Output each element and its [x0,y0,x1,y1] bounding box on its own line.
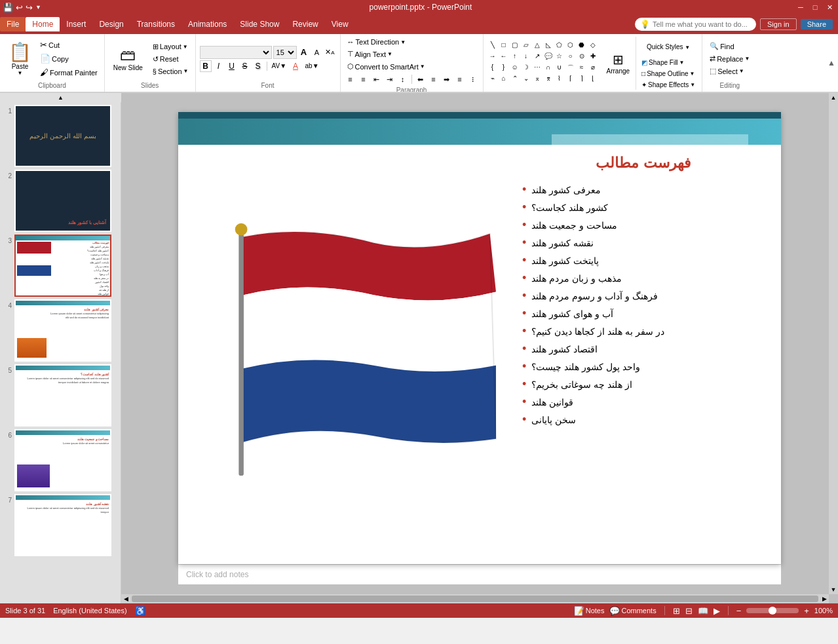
menu-item-review[interactable]: Review [286,17,324,31]
menu-item-home[interactable]: Home [26,17,60,31]
shape-cross[interactable]: ✚ [588,52,598,63]
menu-item-transitions[interactable]: Transitions [130,17,181,31]
align-center-btn[interactable]: ≡ [428,73,440,85]
shape-arrow-ne[interactable]: ↗ [532,52,543,63]
tell-me-input-wrapper[interactable]: 💡 [635,18,756,31]
slide-panel-scroll-up[interactable]: ▲ [0,93,121,102]
share-button[interactable]: Share [801,19,833,29]
font-size-select[interactable]: 15 [273,46,297,59]
shape-outline-button[interactable]: □Shape Outline▼ [639,69,698,79]
shape-misc12[interactable]: ⌇ [554,75,565,85]
new-slide-button[interactable]: 🗃 New Slide [109,37,147,81]
line-spacing-btn[interactable]: ↕ [397,73,409,85]
shape-brace-left[interactable]: { [487,64,498,74]
view-slideshow-btn[interactable]: ▶ [714,606,720,616]
bullets-btn[interactable]: ≡ [345,73,356,85]
shape-more[interactable]: ⋯ [532,64,543,74]
align-right-btn[interactable]: ➡ [441,73,453,85]
slide-thumb-5[interactable]: 5 کشور هلند کجاست؟ Lorem ipsum dolor sit… [3,364,118,426]
shape-misc6[interactable]: ⌁ [487,75,498,85]
char-spacing-btn[interactable]: AV▼ [270,60,289,72]
decrease-indent-btn[interactable]: ⇤ [371,73,383,85]
tell-me-input[interactable] [653,20,751,28]
shape-misc1[interactable]: ∩ [543,64,554,74]
reset-button[interactable]: ↺Reset [150,54,191,65]
notes-area[interactable]: Click to add notes [178,564,781,584]
quick-styles-button[interactable]: Quick Styles ▼ [639,37,698,56]
shape-star[interactable]: ☆ [554,52,565,63]
shape-triangle[interactable]: △ [532,41,543,52]
format-painter-button[interactable]: 🖌Format Painter [37,66,100,79]
shape-misc2[interactable]: ∪ [554,64,565,74]
shape-misc8[interactable]: ⌃ [510,75,520,85]
shape-line[interactable]: ╲ [487,41,498,52]
slide-area-scroll-bottom[interactable]: ◀ ▶ [121,594,829,603]
ribbon-scroll-up[interactable]: ▲ [825,34,838,92]
shape-fill-button[interactable]: ◩Shape Fill▼ [639,58,698,67]
shape-misc11[interactable]: ⌆ [543,75,554,85]
slide-area-scroll-right[interactable]: ▲ ▼ [829,93,838,594]
section-button[interactable]: §Section▼ [150,66,191,77]
shape-misc4[interactable]: ≈ [577,64,587,74]
menu-item-design[interactable]: Design [92,17,130,31]
view-slide-sorter-btn[interactable]: ⊟ [685,606,693,616]
shape-rect[interactable]: □ [499,41,509,52]
shape-misc10[interactable]: ⌅ [532,75,543,85]
columns-btn[interactable]: ⫶ [467,73,479,85]
text-direction-btn[interactable]: ↔Text Direction▼ [345,37,409,47]
shape-arrow-left[interactable]: ← [499,52,509,63]
language-indicator[interactable]: English (United States) [53,607,127,615]
shape-octagon[interactable]: ⬣ [577,41,587,52]
shape-smile[interactable]: ☺ [510,64,520,74]
undo-icon[interactable]: ↩ [16,3,23,12]
zoom-out-btn[interactable]: − [736,606,742,616]
shape-misc9[interactable]: ⌄ [521,75,531,85]
zoom-slider[interactable] [746,608,799,613]
menu-item-insert[interactable]: Insert [60,17,92,31]
shape-misc13[interactable]: ⌈ [565,75,576,85]
copy-button[interactable]: 📄Copy [37,52,100,65]
align-left-btn[interactable]: ⬅ [415,73,427,85]
menu-item-slideshow[interactable]: Slide Show [233,17,286,31]
strikethrough-btn[interactable]: S [239,60,251,72]
shape-arrow-down[interactable]: ↓ [521,52,531,63]
highlight-btn[interactable]: ab▼ [303,60,321,72]
accessibility-icon[interactable]: ♿ [135,606,145,616]
slide-thumb-6[interactable]: 6 مساحت و جمعیت هلند Lorem ipsum dolor s… [3,429,118,491]
font-name-select[interactable] [200,46,272,59]
layout-button[interactable]: ⊞Layout▼ [150,41,191,52]
minimize-btn[interactable]: ─ [795,3,807,12]
shape-cylinder[interactable]: ⊙ [577,52,587,63]
shape-right-triangle[interactable]: ◺ [543,41,554,52]
shape-effects-button[interactable]: ✦Shape Effects▼ [639,80,698,90]
redo-icon[interactable]: ↪ [26,3,33,12]
underline-btn[interactable]: U [226,60,238,72]
save-icon[interactable]: 💾 [3,3,13,12]
shape-hexagon[interactable]: ⬡ [565,41,576,52]
align-text-btn[interactable]: ⊤Align Text▼ [345,48,395,60]
shape-misc5[interactable]: ⌀ [588,64,598,74]
shape-brace-right[interactable]: } [499,64,509,74]
font-color-btn[interactable]: A [290,60,301,72]
view-normal-btn[interactable]: ⊞ [673,606,680,616]
shape-rounded-rect[interactable]: ▢ [510,41,520,52]
select-button[interactable]: ⬚Select▼ [706,66,753,77]
increase-indent-btn[interactable]: ⇥ [384,73,396,85]
shape-misc3[interactable]: ⌒ [565,64,576,74]
menu-item-animations[interactable]: Animations [181,17,233,31]
justify-btn[interactable]: ≡ [454,73,466,85]
numbering-btn[interactable]: ≡ [358,73,370,85]
close-btn[interactable]: ✕ [824,3,835,12]
bold-btn[interactable]: B [200,60,212,72]
find-button[interactable]: 🔍Find [706,41,753,52]
sign-in-button[interactable]: Sign in [760,18,797,30]
shape-callout[interactable]: 💬 [543,52,554,63]
restore-btn[interactable]: □ [809,3,821,12]
cut-button[interactable]: ✂Cut [37,39,100,51]
shape-oval[interactable]: ○ [565,52,576,63]
shape-moon[interactable]: ☽ [521,64,531,74]
slide-thumb-1[interactable]: 1 بسم الله الرحمن الرحیم [3,105,118,167]
zoom-level[interactable]: 100% [814,607,833,615]
menu-item-view[interactable]: View [325,17,355,31]
comments-button[interactable]: 💬 Comments [609,606,656,616]
